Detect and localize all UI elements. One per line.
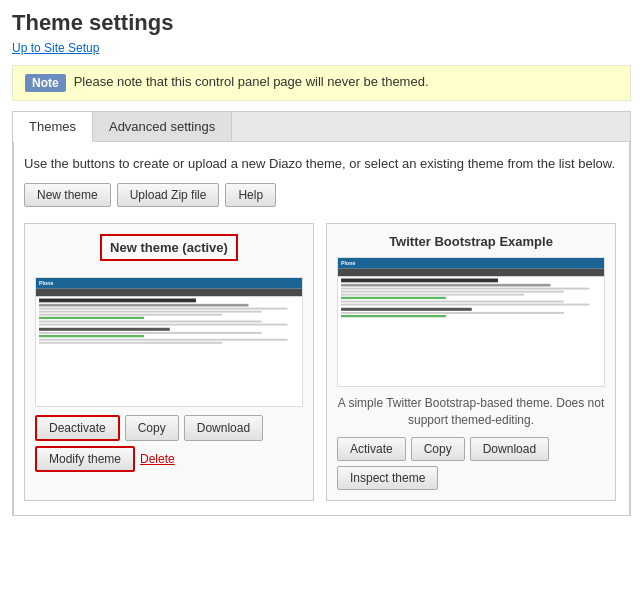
- theme-title-active: New theme (active): [100, 234, 238, 261]
- delete-link[interactable]: Delete: [140, 446, 175, 472]
- toolbar: New theme Upload Zip file Help: [24, 183, 619, 207]
- page-title: Theme settings: [12, 10, 631, 36]
- theme-card-new-theme: New theme (active) Plone: [24, 223, 314, 501]
- mock-line-4: [39, 321, 262, 323]
- mock-subtitle-twitter: [341, 284, 550, 287]
- theme-actions-active: Deactivate Copy Download Modify theme De…: [35, 415, 303, 472]
- tabs-container: Themes Advanced settings Use the buttons…: [12, 111, 631, 516]
- mock-green-link-1: [39, 317, 144, 319]
- inspect-theme-button[interactable]: Inspect theme: [337, 466, 438, 490]
- upload-zip-button[interactable]: Upload Zip file: [117, 183, 220, 207]
- mock-line-t2: [341, 291, 564, 293]
- new-theme-button[interactable]: New theme: [24, 183, 111, 207]
- theme-actions-secondary-twitter: Inspect theme: [337, 466, 605, 490]
- mock-line-t4: [341, 301, 564, 303]
- theme-card-twitter: Twitter Bootstrap Example Plone: [326, 223, 616, 501]
- note-box: Note Please note that this control panel…: [12, 65, 631, 101]
- theme-title-twitter: Twitter Bootstrap Example: [389, 234, 553, 249]
- mock-title-bar-twitter: [341, 279, 498, 283]
- copy-button-active[interactable]: Copy: [125, 415, 179, 441]
- mock-line-t3: [341, 294, 524, 296]
- mock-line-5: [39, 324, 288, 326]
- help-button[interactable]: Help: [225, 183, 276, 207]
- tabs-header: Themes Advanced settings: [13, 112, 630, 142]
- mock-content-twitter: [338, 276, 605, 321]
- theme-preview-new: Plone: [35, 277, 303, 407]
- mock-line-t6: [341, 312, 564, 314]
- note-text: Please note that this control panel page…: [74, 74, 429, 89]
- download-button-active[interactable]: Download: [184, 415, 263, 441]
- mock-section-title: [39, 328, 170, 331]
- tab-themes[interactable]: Themes: [13, 112, 93, 142]
- mock-nav-twitter: [338, 269, 605, 277]
- mock-section-title-twitter: [341, 308, 472, 311]
- mock-header: Plone: [36, 278, 303, 289]
- mock-logo-twitter: Plone: [341, 260, 355, 266]
- mock-line-2: [39, 311, 262, 313]
- modify-theme-button[interactable]: Modify theme: [35, 446, 135, 472]
- mock-header-twitter: Plone: [338, 258, 605, 269]
- preview-mock-twitter: Plone: [338, 258, 605, 387]
- theme-title-wrapper-active: New theme (active): [35, 234, 303, 269]
- tab-content-themes: Use the buttons to create or upload a ne…: [13, 142, 630, 516]
- theme-desc-twitter: A simple Twitter Bootstrap-based theme. …: [337, 395, 605, 429]
- mock-line-7: [39, 339, 288, 341]
- mock-content: [36, 296, 303, 347]
- mock-line-8: [39, 342, 222, 344]
- preview-mock-new: Plone: [36, 278, 303, 407]
- activate-button[interactable]: Activate: [337, 437, 406, 461]
- mock-line-6: [39, 332, 262, 334]
- description-text: Use the buttons to create or upload a ne…: [24, 156, 619, 171]
- mock-green-link-t1: [341, 297, 446, 299]
- mock-line-t5: [341, 304, 590, 306]
- mock-green-link-t2: [341, 315, 446, 317]
- mock-subtitle: [39, 304, 248, 307]
- breadcrumb-link[interactable]: Up to Site Setup: [12, 41, 99, 55]
- mock-logo: Plone: [39, 280, 53, 286]
- note-label: Note: [25, 74, 66, 92]
- mock-line-t1: [341, 288, 590, 290]
- theme-actions-twitter: Activate Copy Download: [337, 437, 605, 461]
- themes-grid: New theme (active) Plone: [24, 223, 619, 501]
- mock-nav: [36, 289, 303, 297]
- page-wrapper: Theme settings Up to Site Setup Note Ple…: [0, 0, 643, 526]
- deactivate-button[interactable]: Deactivate: [35, 415, 120, 441]
- mock-line-3: [39, 314, 222, 316]
- download-button-twitter[interactable]: Download: [470, 437, 549, 461]
- copy-button-twitter[interactable]: Copy: [411, 437, 465, 461]
- theme-title-wrapper-twitter: Twitter Bootstrap Example: [337, 234, 605, 249]
- mock-line-1: [39, 308, 288, 310]
- tab-advanced-settings[interactable]: Advanced settings: [93, 112, 232, 141]
- mock-title-bar: [39, 299, 196, 303]
- theme-preview-twitter: Plone: [337, 257, 605, 387]
- mock-green-link-2: [39, 335, 144, 337]
